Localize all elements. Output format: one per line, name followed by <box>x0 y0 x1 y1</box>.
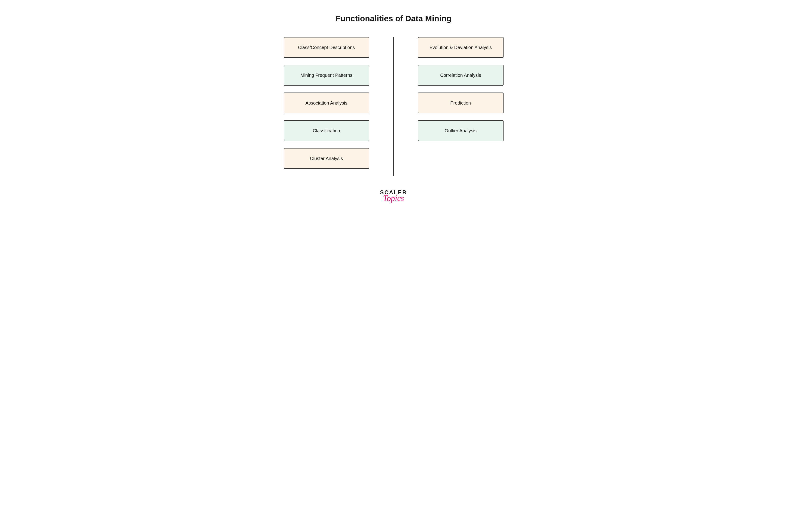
card-outlier-analysis: Outlier Analysis <box>418 120 504 141</box>
card-label-outlier-analysis: Outlier Analysis <box>445 128 477 133</box>
card-correlation-analysis: Correlation Analysis <box>418 65 504 86</box>
card-label-classification: Classification <box>313 128 340 133</box>
card-classification: Classification <box>284 120 369 141</box>
card-label-evolution-deviation: Evolution & Deviation Analysis <box>429 45 492 50</box>
card-evolution-deviation: Evolution & Deviation Analysis <box>418 37 504 58</box>
card-mining-frequent: Mining Frequent Patterns <box>284 65 369 86</box>
card-label-prediction: Prediction <box>450 101 471 106</box>
scaler-logo-bottom: Topics <box>383 194 404 202</box>
card-label-mining-frequent: Mining Frequent Patterns <box>300 73 353 78</box>
card-label-cluster-analysis: Cluster Analysis <box>310 156 343 161</box>
card-prediction: Prediction <box>418 92 504 113</box>
card-class-concept: Class/Concept Descriptions <box>284 37 369 58</box>
card-association-analysis: Association Analysis <box>284 92 369 113</box>
scaler-logo: SCALER Topics <box>380 190 407 202</box>
page-container: Functionalities of Data Mining Class/Con… <box>267 9 521 202</box>
card-label-association-analysis: Association Analysis <box>305 101 347 106</box>
left-column: Class/Concept Descriptions Mining Freque… <box>284 37 394 176</box>
card-label-class-concept: Class/Concept Descriptions <box>298 45 355 50</box>
page-title: Functionalities of Data Mining <box>336 14 451 23</box>
card-label-correlation-analysis: Correlation Analysis <box>440 73 481 78</box>
right-column: Evolution & Deviation Analysis Correlati… <box>394 37 504 176</box>
card-cluster-analysis: Cluster Analysis <box>284 148 369 169</box>
grid-container: Class/Concept Descriptions Mining Freque… <box>284 37 504 176</box>
